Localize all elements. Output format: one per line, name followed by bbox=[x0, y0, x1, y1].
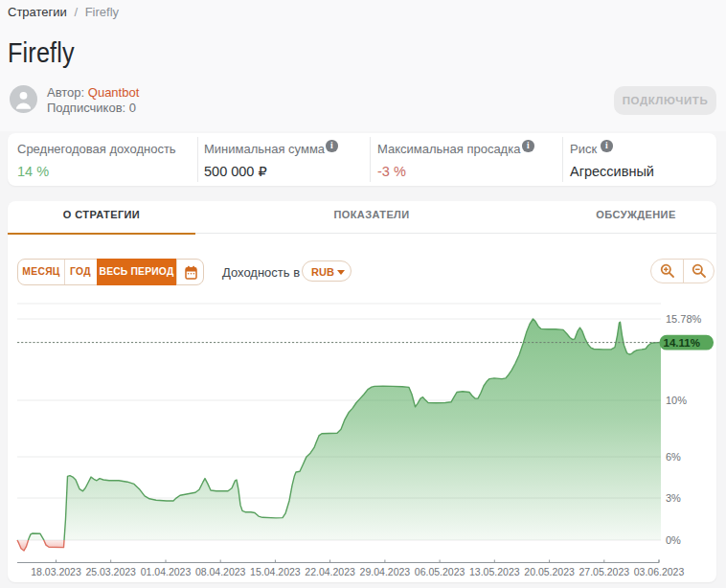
svg-text:27.05.2023: 27.05.2023 bbox=[579, 566, 630, 577]
svg-text:10%: 10% bbox=[666, 395, 687, 406]
svg-text:01.04.2023: 01.04.2023 bbox=[141, 566, 192, 577]
svg-text:22.04.2023: 22.04.2023 bbox=[305, 566, 355, 577]
svg-text:29.04.2023: 29.04.2023 bbox=[360, 566, 411, 577]
svg-text:0%: 0% bbox=[666, 534, 681, 546]
svg-text:13.05.2023: 13.05.2023 bbox=[469, 566, 520, 577]
svg-text:25.03.2023: 25.03.2023 bbox=[85, 566, 136, 577]
svg-text:14.11%: 14.11% bbox=[664, 337, 700, 349]
svg-text:18.03.2023: 18.03.2023 bbox=[31, 566, 81, 577]
svg-text:15.78%: 15.78% bbox=[666, 313, 702, 325]
svg-text:06.05.2023: 06.05.2023 bbox=[415, 566, 465, 577]
svg-text:08.04.2023: 08.04.2023 bbox=[195, 566, 246, 577]
svg-text:20.05.2023: 20.05.2023 bbox=[524, 566, 575, 577]
svg-text:03.06.2023: 03.06.2023 bbox=[634, 566, 685, 577]
svg-text:6%: 6% bbox=[666, 451, 681, 463]
svg-text:15.04.2023: 15.04.2023 bbox=[250, 566, 301, 577]
svg-text:3%: 3% bbox=[666, 492, 681, 504]
